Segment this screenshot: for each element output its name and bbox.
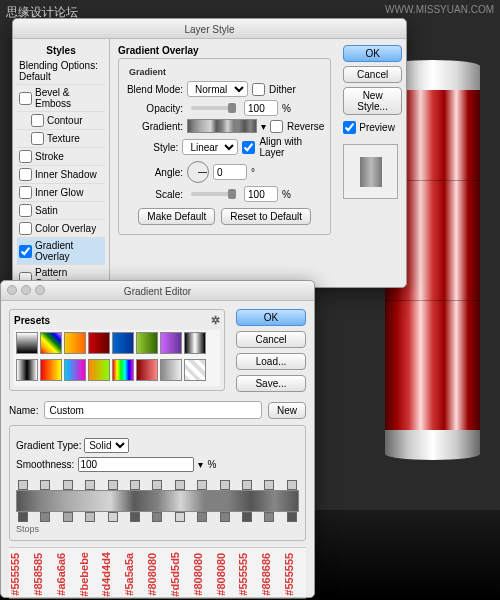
styles-header[interactable]: Styles xyxy=(17,43,105,58)
gradient-stop[interactable] xyxy=(130,480,140,490)
gradient-bar[interactable] xyxy=(16,490,299,512)
style-checkbox[interactable] xyxy=(19,222,32,235)
style-label: Style: xyxy=(125,142,178,153)
hex-value: #868686 xyxy=(260,550,283,599)
gradient-type-select[interactable]: Solid xyxy=(84,438,129,453)
cancel-button[interactable]: Cancel xyxy=(343,66,402,83)
gradient-stop[interactable] xyxy=(85,512,95,522)
opacity-slider[interactable] xyxy=(191,106,236,110)
gradient-stop[interactable] xyxy=(152,480,162,490)
preset-swatch[interactable] xyxy=(136,332,158,354)
gradient-stop[interactable] xyxy=(175,512,185,522)
style-checkbox[interactable] xyxy=(31,132,44,145)
gradient-stop[interactable] xyxy=(18,480,28,490)
style-select[interactable]: Linear xyxy=(182,139,238,155)
gradient-stop[interactable] xyxy=(264,512,274,522)
preset-swatch[interactable] xyxy=(184,332,206,354)
gradient-stop[interactable] xyxy=(108,480,118,490)
gradient-stop[interactable] xyxy=(18,512,28,522)
make-default-button[interactable]: Make Default xyxy=(138,208,215,225)
style-row[interactable]: Texture xyxy=(17,130,105,148)
preset-swatch[interactable] xyxy=(16,359,38,381)
preset-swatch[interactable] xyxy=(40,359,62,381)
preset-swatch[interactable] xyxy=(16,332,38,354)
gradient-stop[interactable] xyxy=(197,480,207,490)
gear-icon[interactable]: ✲ xyxy=(211,314,220,327)
new-gradient-button[interactable]: New xyxy=(268,402,306,419)
preset-swatch[interactable] xyxy=(88,332,110,354)
opacity-input[interactable] xyxy=(244,100,278,116)
preset-swatch[interactable] xyxy=(40,332,62,354)
gradient-stop[interactable] xyxy=(197,512,207,522)
gradient-stop[interactable] xyxy=(130,512,140,522)
scale-slider[interactable] xyxy=(191,192,236,196)
preset-swatch[interactable] xyxy=(160,359,182,381)
gradient-stop[interactable] xyxy=(40,480,50,490)
gradient-stop[interactable] xyxy=(242,512,252,522)
gradient-stop[interactable] xyxy=(63,480,73,490)
gradient-dropdown-icon[interactable]: ▾ xyxy=(261,121,266,132)
gradient-stop[interactable] xyxy=(40,512,50,522)
gradient-stop[interactable] xyxy=(220,480,230,490)
preset-swatch[interactable] xyxy=(112,332,134,354)
style-checkbox[interactable] xyxy=(19,186,32,199)
style-row[interactable]: Inner Glow xyxy=(17,184,105,202)
dither-checkbox[interactable] xyxy=(252,83,265,96)
ge-save-button[interactable]: Save... xyxy=(236,375,306,392)
style-checkbox[interactable] xyxy=(19,245,32,258)
new-style-button[interactable]: New Style... xyxy=(343,87,402,115)
gradient-stop[interactable] xyxy=(287,480,297,490)
reset-default-button[interactable]: Reset to Default xyxy=(221,208,311,225)
layer-style-titlebar[interactable]: Layer Style xyxy=(13,19,406,39)
style-row[interactable]: Color Overlay xyxy=(17,220,105,238)
style-row[interactable]: Stroke xyxy=(17,148,105,166)
style-row[interactable]: Contour xyxy=(17,112,105,130)
angle-dial[interactable] xyxy=(187,161,209,183)
gradient-swatch[interactable] xyxy=(187,119,257,133)
blend-mode-select[interactable]: Normal xyxy=(187,81,248,97)
reverse-checkbox[interactable] xyxy=(270,120,283,133)
style-row[interactable]: Satin xyxy=(17,202,105,220)
style-checkbox[interactable] xyxy=(19,92,32,105)
preview-checkbox[interactable] xyxy=(343,121,356,134)
window-controls[interactable] xyxy=(7,285,45,295)
gradient-stop[interactable] xyxy=(264,480,274,490)
style-checkbox[interactable] xyxy=(19,168,32,181)
gradient-stop[interactable] xyxy=(63,512,73,522)
gradient-stop[interactable] xyxy=(85,480,95,490)
style-row[interactable]: Inner Shadow xyxy=(17,166,105,184)
preset-swatch[interactable] xyxy=(88,359,110,381)
style-checkbox[interactable] xyxy=(19,204,32,217)
scale-input[interactable] xyxy=(244,186,278,202)
ge-ok-button[interactable]: OK xyxy=(236,309,306,326)
preset-swatch[interactable] xyxy=(136,359,158,381)
blending-options-row[interactable]: Blending Options: Default xyxy=(17,58,105,85)
section-legend: Gradient Overlay xyxy=(118,45,331,56)
gradient-name-input[interactable] xyxy=(44,401,262,419)
gradient-stop[interactable] xyxy=(175,480,185,490)
style-row[interactable]: Bevel & Emboss xyxy=(17,85,105,112)
gradient-stop[interactable] xyxy=(108,512,118,522)
gradient-stop[interactable] xyxy=(152,512,162,522)
ge-load-button[interactable]: Load... xyxy=(236,353,306,370)
smoothness-input[interactable] xyxy=(78,457,194,472)
smoothness-dropdown-icon[interactable]: ▾ xyxy=(198,459,203,470)
ok-button[interactable]: OK xyxy=(343,45,402,62)
angle-input[interactable] xyxy=(213,164,247,180)
style-checkbox[interactable] xyxy=(31,114,44,127)
align-checkbox[interactable] xyxy=(242,141,255,154)
style-row[interactable]: Gradient Overlay xyxy=(17,238,105,265)
preset-swatch[interactable] xyxy=(64,332,86,354)
preset-swatch[interactable] xyxy=(112,359,134,381)
gradient-stop[interactable] xyxy=(242,480,252,490)
preset-swatch[interactable] xyxy=(64,359,86,381)
layer-style-dialog: Layer Style Styles Blending Options: Def… xyxy=(12,18,407,288)
style-checkbox[interactable] xyxy=(19,150,32,163)
gradient-stop[interactable] xyxy=(220,512,230,522)
hex-value: #808080 xyxy=(192,550,215,599)
ge-cancel-button[interactable]: Cancel xyxy=(236,331,306,348)
preset-swatch[interactable] xyxy=(184,359,206,381)
preset-swatch[interactable] xyxy=(160,332,182,354)
gradient-stop[interactable] xyxy=(287,512,297,522)
gradient-editor-titlebar[interactable]: Gradient Editor xyxy=(1,281,314,301)
